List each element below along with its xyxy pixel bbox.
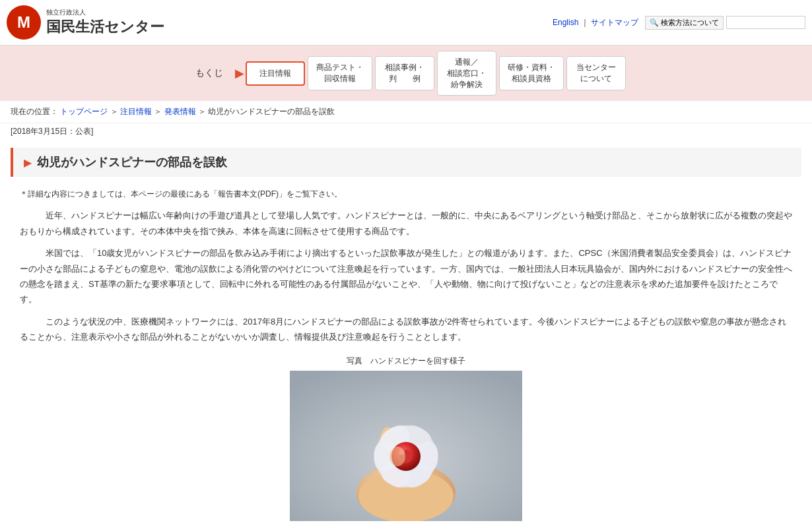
breadcrumb-prefix: 現在の位置： <box>11 107 58 116</box>
breadcrumb-sep3: ＞ <box>198 107 208 116</box>
logo-title: 国民生活センター <box>46 17 164 37</box>
photo-area: 写真 ハンドスピナーを回す様子 <box>20 356 792 523</box>
article-para1: 近年、ハンドスピナーは幅広い年齢向けの手遊び道具として登場し人気です。ハンドスピ… <box>20 208 792 239</box>
site-map-link[interactable]: サイトマップ <box>591 18 638 27</box>
logo-subtitle: 独立行政法人 <box>46 8 164 17</box>
article-note: ＊詳細な内容につきましては、本ページの最後にある「報告書本文(PDF)」をご覧下… <box>20 189 792 200</box>
publish-date: [2018年3月15日：公表] <box>0 123 812 142</box>
nav-item-product: 商品テスト・ 回収情報 <box>308 56 372 90</box>
photo-caption: 写真 ハンドスピナーを回す様子 <box>20 356 792 367</box>
nav-btn-consult[interactable]: 通報／ 相談窓口・ 紛争解決 <box>437 51 496 96</box>
nav-btn-attention[interactable]: 注目情報 <box>246 61 305 86</box>
breadcrumb-current: 幼児がハンドスピナーの部品を誤飲 <box>208 107 335 116</box>
logo-area: M 独立行政法人 国民生活センター <box>7 5 164 40</box>
nav-item-cases: 相談事例・ 判 例 <box>375 56 434 90</box>
article-para3: このような状況の中、医療機関ネットワークには、2017年8月にハンドスピナーの部… <box>20 314 792 345</box>
nav-item-training: 研修・資料・ 相談員資格 <box>499 56 564 90</box>
article-title: 幼児がハンドスピナーの部品を誤飲 <box>37 154 227 170</box>
breadcrumb-attention[interactable]: 注目情報 <box>120 107 152 116</box>
search-input[interactable] <box>726 16 805 29</box>
nav-mokuji[interactable]: もくじ <box>186 62 232 84</box>
header-right: English ｜ サイトマップ 🔍 検索方法について <box>553 16 805 30</box>
article-para2: 米国では、「10歳女児がハンドスピナーの部品を飲み込み手術により摘出するといった… <box>20 245 792 307</box>
nav-item-attention: ▶ 注目情報 <box>235 61 305 86</box>
nav-btn-training[interactable]: 研修・資料・ 相談員資格 <box>499 56 564 90</box>
english-link[interactable]: English <box>553 18 578 27</box>
logo-icon: M <box>7 5 41 40</box>
language-area: English ｜ サイトマップ <box>553 17 638 28</box>
nav-item-about: 当センター について <box>566 56 626 90</box>
search-area: 🔍 検索方法について <box>645 16 805 30</box>
nav-btn-product[interactable]: 商品テスト・ 回収情報 <box>308 56 372 90</box>
breadcrumb-announcement[interactable]: 発表情報 <box>164 107 196 116</box>
lang-separator: ｜ <box>581 18 589 27</box>
logo-text: 独立行政法人 国民生活センター <box>46 8 164 37</box>
breadcrumb: 現在の位置： トップページ ＞ 注目情報 ＞ 発表情報 ＞ 幼児がハンドスピナー… <box>0 101 812 123</box>
finger-tip-overlay <box>389 447 405 466</box>
breadcrumb-top[interactable]: トップページ <box>60 107 108 116</box>
search-icon: 🔍 <box>650 18 659 27</box>
nav-btn-cases[interactable]: 相談事例・ 判 例 <box>375 56 434 90</box>
article-title-icon: ▶ <box>24 156 32 169</box>
article-content: ＊詳細な内容につきましては、本ページの最後にある「報告書本文(PDF)」をご覧下… <box>0 182 812 529</box>
search-button[interactable]: 🔍 検索方法について <box>645 16 724 30</box>
breadcrumb-sep2: ＞ <box>154 107 164 116</box>
nav-btn-about[interactable]: 当センター について <box>566 56 626 90</box>
page-header: M 独立行政法人 国民生活センター English ｜ サイトマップ 🔍 検索方… <box>0 0 812 46</box>
hand-spinner-svg <box>290 371 522 521</box>
breadcrumb-sep1: ＞ <box>110 107 120 116</box>
nav-arrow-icon: ▶ <box>235 66 244 80</box>
nav-item-consult: 通報／ 相談窓口・ 紛争解決 <box>437 51 496 96</box>
search-method-label: 検索方法について <box>661 18 719 28</box>
article-title-bar: ▶ 幼児がハンドスピナーの部品を誤飲 <box>11 148 801 177</box>
photo-image <box>290 371 522 521</box>
main-navigation: もくじ ▶ 注目情報 商品テスト・ 回収情報 相談事例・ 判 例 通報／ 相談窓… <box>0 46 812 101</box>
